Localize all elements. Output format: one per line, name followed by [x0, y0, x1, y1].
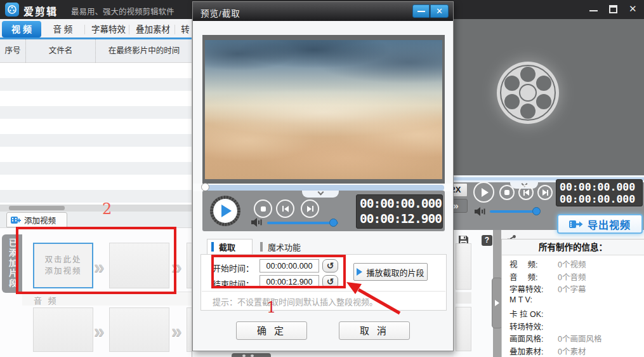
hint-text: 提示：不设置截取时间则默认插入整段视频。 — [213, 295, 378, 307]
current-time: 00:00:00.000 — [360, 196, 439, 212]
dialog-collapse-handle[interactable] — [302, 191, 339, 198]
tab-transition[interactable]: 转 — [178, 23, 192, 37]
added-clips-tab[interactable]: 已添加片段 — [2, 234, 22, 293]
active-tab-marker — [211, 242, 214, 252]
info-row-karaoke: 卡 拉 OK: — [509, 307, 643, 320]
total-time: 00:00:12.900 — [360, 212, 439, 227]
video-preview-frame — [202, 35, 445, 184]
video-slot[interactable] — [187, 243, 192, 288]
stop-icon — [504, 190, 509, 195]
play-trimmed-segment-button[interactable]: 播放截取的片段 — [353, 263, 428, 281]
app-title: 爱剪辑 — [23, 3, 58, 18]
volume-slider[interactable] — [490, 210, 537, 213]
dialog-play-button[interactable] — [210, 196, 240, 226]
reset-end-time-icon[interactable]: ↺ — [322, 275, 338, 288]
tab-video[interactable]: 视 频 — [2, 21, 41, 37]
info-row-audio: 音 频:0个音频 — [509, 271, 643, 283]
reset-start-time-icon[interactable]: ↺ — [322, 259, 338, 273]
help-icon[interactable]: ? — [482, 235, 492, 246]
dialog-next-frame-button[interactable] — [301, 199, 319, 218]
export-video-button[interactable]: 导出视频 — [557, 214, 643, 234]
chevron-right-icon: » — [171, 320, 182, 342]
tab-divider — [84, 25, 85, 34]
next-frame-icon — [307, 206, 312, 212]
close-icon[interactable]: ✕ — [629, 3, 639, 12]
add-video-label: 添加视频 — [24, 214, 56, 226]
info-row-transition: 转场特效: — [509, 320, 643, 333]
audio-slot[interactable] — [187, 307, 192, 352]
tab-marker — [260, 242, 263, 252]
audio-slot[interactable] — [33, 307, 93, 352]
film-reel-icon — [497, 62, 559, 124]
stop-icon — [261, 206, 266, 212]
prev-frame-icon — [525, 189, 529, 196]
next-frame-icon — [542, 189, 547, 196]
app-logo-icon — [5, 3, 19, 17]
info-panel-header: 所有制作的信息： — [502, 239, 644, 255]
volume-icon[interactable] — [251, 217, 263, 227]
volume-handle[interactable] — [532, 207, 541, 215]
file-list[interactable] — [0, 63, 192, 205]
play-icon — [221, 205, 232, 217]
film-plus-icon — [11, 216, 21, 224]
dialog-time-display: 00:00:00.000 00:00:12.900 — [356, 194, 443, 229]
cancel-button[interactable]: 取 消 — [339, 321, 410, 340]
chevron-right-icon: » — [171, 256, 182, 278]
chevron-right-icon: » — [94, 256, 105, 278]
export-label: 导出视频 — [588, 217, 631, 232]
stop-button[interactable] — [499, 185, 515, 200]
preview-trim-dialog: 预览/截取 ✕ 00:00:00.000 00:00:12.900 截取 魔术功… — [192, 1, 454, 351]
scrollbar-thumb[interactable] — [9, 206, 65, 210]
maximize-icon[interactable] — [608, 5, 619, 14]
tab-trim[interactable]: 截取 — [207, 239, 253, 254]
app-subtitle: 最易用、强大的视频剪辑软件 — [71, 5, 174, 17]
dialog-close-icon[interactable]: ✕ — [430, 4, 449, 18]
current-time: 00:00:00.000 — [560, 181, 639, 193]
dialog-seek-bar[interactable] — [203, 185, 444, 191]
start-time-label: 开始时间： — [213, 262, 254, 274]
audio-slot[interactable] — [109, 307, 169, 352]
play-icon — [357, 268, 362, 276]
next-frame-button[interactable] — [537, 185, 553, 200]
column-filename: 文件名 — [25, 39, 95, 63]
left-panel: 视 频 音 频 字幕特效 叠加素材 转 序号 文件名 在最终影片中的时间 添加视… — [0, 19, 192, 357]
dialog-stop-button[interactable] — [254, 199, 272, 218]
video-slot-empty[interactable]: 双击此处 添加视频 — [33, 243, 93, 288]
chevron-right-icon: » — [94, 320, 105, 342]
dialog-minimize-icon[interactable] — [412, 4, 430, 18]
slot-hint: 添加视频 — [44, 266, 81, 277]
info-row-subtitle: 字幕特效:0个字幕 — [509, 283, 643, 295]
horizontal-scrollbar[interactable] — [0, 205, 192, 212]
dialog-volume-slider[interactable] — [267, 222, 338, 224]
timeline-peek — [232, 353, 271, 357]
total-time: 00:00:00.000 — [560, 193, 639, 205]
dialog-volume-handle[interactable] — [329, 219, 338, 227]
start-time-input[interactable] — [260, 259, 319, 273]
info-row-mtv: M T V: — [509, 295, 643, 308]
video-slot[interactable] — [109, 243, 169, 288]
video-preview-image — [205, 40, 442, 179]
audio-section-label: 音 频 — [34, 294, 58, 306]
end-time-input[interactable] — [260, 275, 319, 288]
volume-icon[interactable] — [475, 206, 486, 217]
tab-overlay-material[interactable]: 叠加素材 — [132, 23, 174, 37]
prev-frame-button[interactable] — [518, 185, 534, 200]
app-window: 爱剪辑 最易用、强大的视频剪辑软件 ✕ 视 频 音 频 字幕特效 叠加素材 转 … — [0, 0, 644, 357]
tab-subtitle-fx[interactable]: 字幕特效 — [88, 23, 129, 37]
hidden-band-sliver — [456, 292, 471, 304]
dialog-tabs: 截取 魔术功能 — [193, 239, 453, 254]
play-button[interactable] — [473, 182, 494, 203]
tab-audio[interactable]: 音 频 — [44, 23, 81, 37]
column-index: 序号 — [0, 39, 25, 63]
prev-frame-icon — [284, 206, 289, 212]
export-icon — [569, 219, 583, 229]
tab-magic[interactable]: 魔术功能 — [256, 239, 310, 254]
trim-settings-group: 开始时间： ↺ 结束时间： ↺ 播放截取的片段 提示：不设置截取时间则默认插入整… — [200, 254, 447, 311]
minimize-icon[interactable] — [589, 5, 599, 14]
dialog-prev-frame-button[interactable] — [276, 199, 294, 218]
dialog-title: 预览/截取 — [200, 6, 240, 19]
ok-button[interactable]: 确 定 — [236, 321, 307, 340]
hidden-slot-sliver — [456, 243, 471, 290]
add-video-button[interactable]: 添加视频 — [6, 212, 67, 227]
hidden-slot-sliver — [456, 307, 471, 351]
